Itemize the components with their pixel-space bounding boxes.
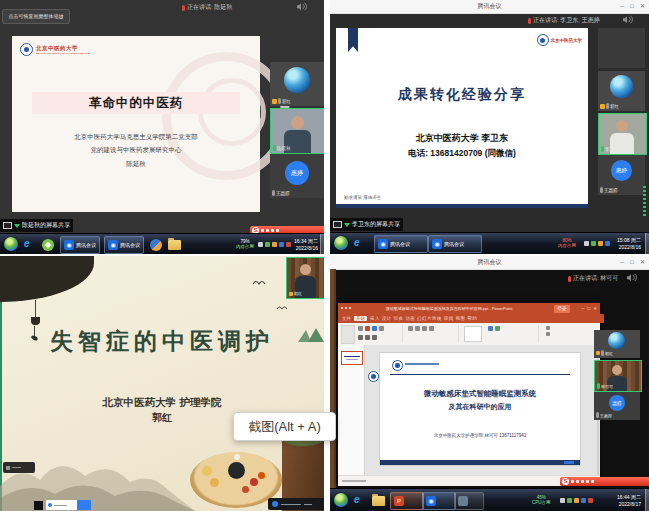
highlight-icon[interactable] [372,326,377,331]
tray-network-icon[interactable] [605,241,610,246]
taskbar-clock[interactable]: 15:08 周二 2022/8/16 [617,237,641,250]
font-size-icon[interactable] [379,326,384,331]
font-tool-icon[interactable] [358,326,363,331]
participant-tile-partial[interactable] [598,28,645,68]
file-explorer-icon[interactable] [372,496,385,506]
ie-browser-icon[interactable]: e [354,236,360,250]
ppt-login-button[interactable]: 登录 [554,305,570,313]
taskbar-app-window[interactable] [454,492,484,510]
quick-access-icon[interactable] [349,307,351,309]
tray-network-icon[interactable] [279,242,284,247]
floating-meeting-pill[interactable] [3,462,35,473]
font-color-icon[interactable] [365,326,370,331]
tray-update-icon[interactable] [272,242,277,247]
taskbar-clock[interactable]: 16:44 周二 2022/8/17 [617,494,641,507]
participant-tile-video-speaking[interactable]: 陈延秋 [270,108,324,154]
participant-tile-initials[interactable]: 惠婷 王惠婷 [598,155,645,195]
tray-volume-icon[interactable] [286,242,291,247]
slide-thumbnail-1[interactable] [341,351,363,365]
find-icon[interactable] [546,326,550,330]
tray-antivirus-icon[interactable] [591,241,596,246]
taskbar-powerpoint-window[interactable]: P [390,492,424,510]
underline-icon[interactable] [372,335,377,340]
participant-tile-video-speaking[interactable]: 李卫东 [598,113,647,155]
taskbar-meeting-window-1[interactable]: ◉ 腾讯会议 [374,235,428,253]
participant-tile-video-speaking[interactable]: 林可可 [594,360,642,392]
shapes-gallery[interactable] [464,326,482,342]
participant-tile-initials[interactable]: 惠婷 王惠婷 [270,154,324,198]
screen-recorder-bar[interactable]: S [560,477,649,486]
tray-update-icon[interactable] [598,241,603,246]
taskbar-meeting-window[interactable]: ◉ [422,492,456,510]
tray-update-icon[interactable] [574,498,579,503]
align-right-icon[interactable] [422,326,427,331]
taskbar-meeting-window-2[interactable]: ◉ 腾讯会议 [428,235,482,253]
recorder-button[interactable] [581,480,584,483]
tray-network-icon[interactable] [581,498,586,503]
presenter-webcam-overlay[interactable]: 郭红 [286,257,324,299]
minimize-button[interactable]: ─ [620,0,624,13]
ppt-close-button[interactable]: ✕ [593,303,597,314]
ppt-maximize-button[interactable]: □ [588,303,591,314]
ie-browser-icon[interactable]: e [24,237,30,251]
recorder-button[interactable] [266,229,269,232]
taskbar-peek-icon[interactable] [34,501,43,510]
show-desktop-button[interactable] [645,233,649,254]
ie-browser-icon[interactable]: e [354,493,360,507]
slide-thumbnail-panel[interactable] [338,345,365,475]
participant-tile-avatar[interactable]: 郭红 [270,62,324,106]
recorder-button[interactable] [576,480,579,483]
tray-hidden-icons[interactable] [258,242,263,247]
active-taskbar-button[interactable] [77,500,91,510]
tray-antivirus-icon[interactable] [265,242,270,247]
align-center-icon[interactable] [415,326,420,331]
file-explorer-icon[interactable] [168,240,181,250]
arrange-icon[interactable] [488,326,493,331]
tray-hidden-icons[interactable] [560,498,565,503]
speaker-waves-icon[interactable] [622,15,634,24]
memory-meter[interactable]: 80% 内存占用 [558,238,576,248]
compass-browser-icon[interactable] [150,239,162,251]
browser-360-icon[interactable] [42,239,54,251]
taskbar-meeting-window-1[interactable]: ◉ 腾讯会议 [60,236,100,254]
taskbar-meeting-window-2[interactable]: ◉ 腾讯会议 [104,236,144,254]
close-button[interactable]: ✕ [640,0,645,13]
start-button[interactable] [334,236,348,250]
recorder-button[interactable] [571,480,574,483]
align-left-icon[interactable] [408,326,413,331]
maximize-button[interactable]: □ [630,0,634,13]
maximize-button[interactable]: □ [630,256,634,269]
recorder-button[interactable] [591,480,594,483]
ppt-slide-canvas[interactable]: 微动敏感床垫式智能睡眠监测系统 及其在科研中的应用 北京中医药大学护理学院 林可… [380,353,580,465]
tray-antivirus-icon[interactable] [567,498,572,503]
participant-tile-avatar[interactable]: 郭红 [598,71,645,111]
speaker-waves-icon[interactable] [296,2,308,11]
recorder-button[interactable] [261,229,264,232]
italic-icon[interactable] [365,335,370,340]
quick-access-icon[interactable] [341,307,343,309]
speaker-waves-icon[interactable] [626,273,638,282]
show-desktop-button[interactable] [645,489,649,511]
memory-meter[interactable]: 79% 内存占用 [236,239,254,249]
close-button[interactable]: ✕ [640,256,645,269]
bullets-icon[interactable] [429,326,434,331]
start-button[interactable] [334,493,348,507]
participant-tile-avatar[interactable]: 郭红 [594,330,640,358]
taskbar-clock[interactable]: 16:34 周二 2022/8/16 [294,238,318,251]
tray-volume-icon[interactable] [588,498,593,503]
minimize-button[interactable]: ─ [620,256,624,269]
tabs-rest[interactable]: 插入 设计 切换 动画 幻灯片放映 审阅 视图 帮助 [370,316,477,321]
tray-peek-pill[interactable] [268,498,324,510]
participant-tile-initials[interactable]: 惠婷 王惠婷 [594,392,640,420]
quick-styles-icon[interactable] [495,326,500,331]
cpu-meter[interactable]: 45% CPU占用 [532,495,551,505]
recorder-button[interactable] [276,229,279,232]
tray-hidden-icons[interactable] [584,241,589,246]
ppt-minimize-button[interactable]: ─ [581,303,584,314]
recorder-button[interactable] [586,480,589,483]
tab-file[interactable]: 文件 [342,316,351,321]
tab-home-active[interactable]: 开始 [354,316,367,321]
replace-icon[interactable] [546,332,550,336]
taskbar-peek-label[interactable] [46,500,77,510]
clipboard-group[interactable] [341,325,355,344]
